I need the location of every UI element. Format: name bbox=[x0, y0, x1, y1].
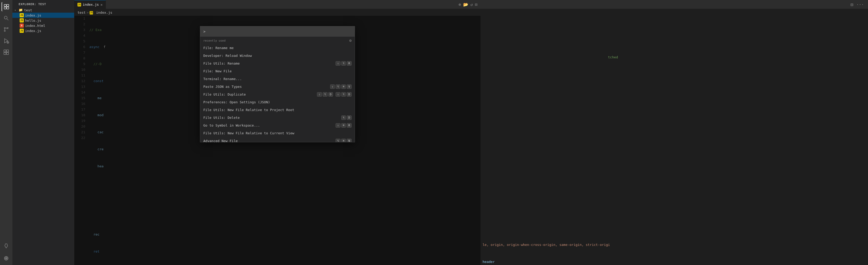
cp-item-label: File Utils: Delete bbox=[203, 116, 341, 120]
collapse-icon[interactable]: ⊟ bbox=[475, 2, 477, 7]
cp-item-label: File Utils: New File Relative to Project… bbox=[203, 108, 351, 112]
tab-index-js[interactable]: JS index.js ✕ bbox=[74, 0, 106, 9]
command-palette-header: recently used ⚙ bbox=[200, 37, 355, 44]
tree-item-label: test bbox=[24, 8, 32, 12]
key-shift: ⇧ bbox=[336, 61, 340, 66]
key-shift: ⇧ bbox=[330, 85, 335, 89]
right-tab-bar bbox=[480, 0, 868, 9]
cp-item-label: File Utils: Duplicate bbox=[203, 93, 317, 96]
window-controls: ⊟ ··· bbox=[846, 0, 868, 9]
right-editor-body: tched le, origin, origin-when-cross-orig… bbox=[480, 9, 868, 265]
key-r: R bbox=[347, 61, 351, 66]
svg-rect-15 bbox=[4, 53, 6, 55]
tree-item-hello-js[interactable]: JS hello.js bbox=[12, 18, 74, 23]
command-palette-input-row bbox=[200, 26, 355, 37]
key-alt2: ⌥ bbox=[341, 92, 346, 97]
key-shift2: ⇧ bbox=[336, 92, 340, 97]
breadcrumb-file[interactable]: JS index.js bbox=[90, 10, 112, 14]
cp-item-file-utils-delete[interactable]: File Utils: Delete ⌥ D bbox=[200, 114, 355, 122]
svg-point-6 bbox=[4, 27, 5, 29]
new-file-icon[interactable]: ⊕ bbox=[459, 2, 461, 7]
file-tree: ▾ 📁 test JS index.js JS hello.js H index… bbox=[12, 7, 74, 265]
editor-toolbar: ⊕ 📂 ↺ ⊟ bbox=[456, 0, 480, 9]
tab-close-button[interactable]: ✕ bbox=[100, 3, 102, 6]
cp-item-goto-symbol-workspace[interactable]: Go to Symbol in Workspace... ⇧ ⌘ R bbox=[200, 122, 355, 129]
extensions-icon[interactable] bbox=[2, 47, 11, 57]
editor-container: JS index.js ✕ ⊕ 📂 ↺ ⊟ test > JS index.js… bbox=[74, 0, 480, 265]
more-options-button[interactable]: ··· bbox=[857, 2, 864, 7]
cp-item-paste-json[interactable]: Paste JSON as Types ⇧ ⌥ ⌘ V bbox=[200, 82, 355, 90]
svg-rect-14 bbox=[6, 50, 8, 52]
key-d: D bbox=[328, 92, 333, 97]
js-file-icon: JS bbox=[20, 13, 24, 17]
key-shift: ⇧ bbox=[317, 92, 322, 97]
test-icon[interactable] bbox=[2, 241, 11, 251]
cp-item-keys: ⇧ ⌥ ⌘ V bbox=[330, 85, 352, 89]
tab-bar-empty bbox=[106, 0, 456, 9]
key-cmd: ⌘ bbox=[341, 139, 346, 142]
key-cmd: ⌘ bbox=[341, 85, 346, 89]
tree-item-label: index.js bbox=[25, 13, 41, 17]
run-icon[interactable] bbox=[2, 36, 11, 45]
cp-item-terminal-rename[interactable]: Terminal: Rename... bbox=[200, 75, 355, 82]
svg-point-4 bbox=[4, 16, 7, 19]
cp-item-label: Advanced New File bbox=[203, 139, 336, 142]
command-palette-input[interactable] bbox=[203, 29, 351, 34]
svg-rect-3 bbox=[7, 7, 9, 9]
key-cmd: ⌘ bbox=[341, 123, 346, 128]
cp-item-label: File Utils: New File Relative to Current… bbox=[203, 131, 351, 135]
right-code-area[interactable]: tched le, origin, origin-when-cross-orig… bbox=[480, 9, 868, 265]
key-d2: D bbox=[347, 92, 351, 97]
key-alt: ⌥ bbox=[323, 92, 328, 97]
breadcrumb: test > JS index.js bbox=[74, 9, 480, 16]
cp-item-new-file-current-view[interactable]: File Utils: New File Relative to Current… bbox=[200, 129, 355, 137]
tree-item-folder-test[interactable]: ▾ 📁 test bbox=[12, 7, 74, 13]
editor-body: 1 2 3 4 5 6 7 8 9 10 11 12 13 14 15 16 1… bbox=[74, 16, 480, 265]
svg-rect-16 bbox=[6, 53, 8, 55]
refresh-icon[interactable]: ↺ bbox=[470, 2, 473, 7]
breadcrumb-sep: > bbox=[87, 10, 89, 14]
breadcrumb-test[interactable]: test bbox=[78, 10, 86, 14]
cp-item-reload-window[interactable]: Developer: Reload Window bbox=[200, 52, 355, 59]
js-file-icon: JS bbox=[20, 18, 24, 23]
svg-rect-1 bbox=[7, 4, 9, 6]
cp-item-file-utils-duplicate[interactable]: File Utils: Duplicate ⇧ ⌥ D ⇧ ⌥ D bbox=[200, 90, 355, 98]
tree-item-index-js[interactable]: JS index.js bbox=[12, 13, 74, 18]
tree-item-label: index.js bbox=[25, 29, 41, 33]
sidebar-title: EXPLORER: TEST bbox=[12, 0, 74, 7]
key-alt: ⌥ bbox=[336, 85, 340, 89]
js-file-icon: JS bbox=[20, 29, 24, 33]
right-editor-panel: tched le, origin, origin-when-cross-orig… bbox=[480, 0, 868, 265]
tab-label: index.js bbox=[83, 3, 99, 6]
cp-item-keys: ⌥ ⌘ N bbox=[336, 139, 351, 142]
cp-item-keys: ⌥ D bbox=[341, 115, 351, 120]
cp-item-rename-me[interactable]: File: Rename me bbox=[200, 44, 355, 52]
cp-item-keys: ⇧ ⌥ R bbox=[336, 61, 351, 66]
cp-item-new-file-project-root[interactable]: File Utils: New File Relative to Project… bbox=[200, 106, 355, 114]
tree-item-index-js-2[interactable]: JS index.js bbox=[12, 28, 74, 33]
remote-icon[interactable] bbox=[2, 254, 11, 263]
cp-item-file-utils-rename[interactable]: File Utils: Rename ⇧ ⌥ R bbox=[200, 59, 355, 67]
cp-item-keys: ⇧ ⌥ D ⇧ ⌥ D bbox=[317, 92, 351, 97]
tree-item-index-html[interactable]: H index.html bbox=[12, 23, 74, 28]
new-folder-icon[interactable]: 📂 bbox=[463, 2, 468, 7]
cp-item-label: File: Rename me bbox=[203, 46, 351, 50]
key-v: V bbox=[347, 85, 351, 89]
key-d: D bbox=[347, 115, 351, 120]
source-control-icon[interactable] bbox=[2, 25, 11, 34]
svg-point-8 bbox=[4, 30, 5, 32]
breadcrumb-filename: index.js bbox=[96, 10, 113, 14]
cp-item-label: Terminal: Rename... bbox=[203, 77, 351, 81]
search-icon[interactable] bbox=[2, 13, 11, 23]
explorer-icon[interactable] bbox=[2, 2, 11, 11]
cp-item-keys: ⇧ ⌘ R bbox=[336, 123, 351, 128]
cp-item-advanced-new-file[interactable]: Advanced New File ⌥ ⌘ N bbox=[200, 137, 355, 142]
cp-item-preferences-json[interactable]: Preferences: Open Settings (JSON) bbox=[200, 98, 355, 106]
tree-item-label: hello.js bbox=[25, 19, 41, 23]
settings-gear-icon[interactable]: ⚙ bbox=[349, 38, 351, 43]
tree-item-label: index.html bbox=[25, 24, 45, 28]
cp-item-new-file[interactable]: File: New File bbox=[200, 67, 355, 75]
command-palette-overlay: recently used ⚙ File: Rename me Develope… bbox=[74, 16, 480, 265]
split-editor-button[interactable]: ⊟ bbox=[850, 2, 853, 7]
svg-marker-9 bbox=[5, 39, 8, 43]
